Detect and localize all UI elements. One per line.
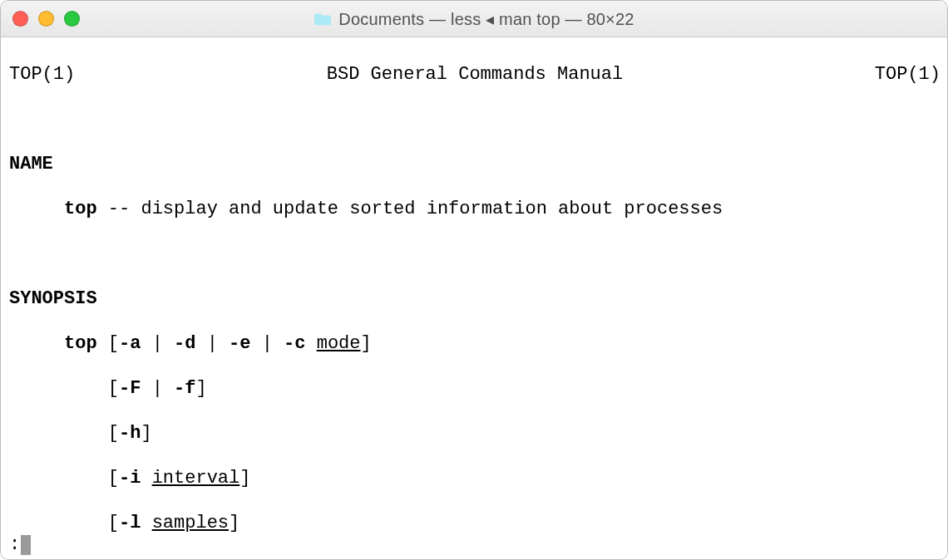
titlebar: Documents — less ◂ man top — 80×22 xyxy=(1,1,947,37)
less-prompt[interactable]: : xyxy=(9,533,31,556)
man-header-left: TOP(1) xyxy=(9,63,75,86)
synopsis-line-4: [-l samples] xyxy=(9,512,941,534)
man-header-center: BSD General Commands Manual xyxy=(75,63,875,86)
title-center: Documents — less ◂ man top — 80×22 xyxy=(1,9,947,29)
cursor-icon xyxy=(21,535,31,555)
zoom-button[interactable] xyxy=(64,11,80,27)
close-button[interactable] xyxy=(12,11,28,27)
blank-line xyxy=(9,243,941,265)
synopsis-line-0: top [-a | -d | -e | -c mode] xyxy=(9,332,941,355)
section-synopsis: SYNOPSIS xyxy=(9,287,941,310)
man-header: TOP(1)BSD General Commands ManualTOP(1) xyxy=(9,63,941,86)
window-title: Documents — less ◂ man top — 80×22 xyxy=(338,9,634,29)
terminal-content[interactable]: TOP(1)BSD General Commands ManualTOP(1) … xyxy=(1,37,947,559)
blank-line xyxy=(9,108,941,130)
man-header-right: TOP(1) xyxy=(875,63,941,86)
section-name: NAME xyxy=(9,153,941,175)
synopsis-line-3: [-i interval] xyxy=(9,467,941,489)
synopsis-line-5: [-ncols columns] xyxy=(9,557,941,559)
terminal-window: Documents — less ◂ man top — 80×22 TOP(1… xyxy=(0,0,948,560)
traffic-lights xyxy=(12,11,80,27)
minimize-button[interactable] xyxy=(38,11,54,27)
synopsis-line-1: [-F | -f] xyxy=(9,377,941,400)
folder-icon xyxy=(314,12,332,26)
name-line: top -- display and update sorted informa… xyxy=(9,198,941,220)
synopsis-line-2: [-h] xyxy=(9,422,941,445)
